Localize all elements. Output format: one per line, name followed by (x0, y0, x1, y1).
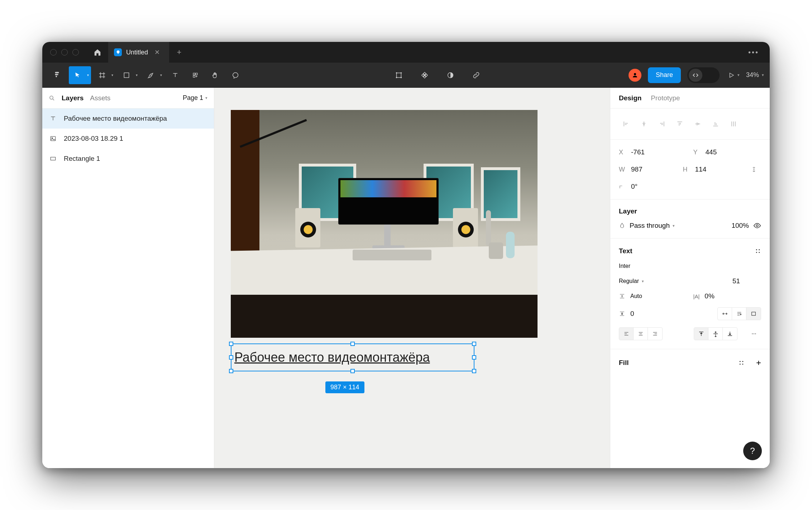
more-menu-icon[interactable]: ••• (748, 48, 770, 57)
resize-handle[interactable] (229, 369, 233, 373)
help-button[interactable]: ? (743, 442, 762, 460)
dev-mode-icon (689, 69, 702, 82)
svg-rect-11 (51, 157, 55, 160)
blend-mode-select[interactable]: Pass through▾ (630, 222, 722, 230)
resize-handle[interactable] (229, 342, 233, 346)
traffic-close[interactable] (50, 49, 57, 56)
resize-handle[interactable] (472, 342, 476, 346)
add-fill-icon[interactable]: + (756, 358, 761, 368)
text-tool[interactable] (166, 66, 184, 84)
share-button[interactable]: Share (648, 67, 681, 83)
traffic-lights (42, 49, 79, 56)
visibility-icon[interactable] (753, 222, 761, 230)
present-button[interactable]: ▾ (728, 66, 740, 84)
paragraph-spacing-input[interactable] (630, 310, 659, 318)
link-tool[interactable] (467, 66, 485, 84)
document-tab[interactable]: Untitled ✕ (108, 42, 169, 63)
edit-object-icon (395, 71, 403, 79)
user-avatar[interactable] (629, 69, 641, 82)
text-styles-icon[interactable] (755, 248, 761, 254)
mask-tool[interactable] (441, 66, 459, 84)
canvas-image[interactable] (231, 110, 538, 338)
x-input[interactable] (631, 148, 660, 156)
letter-spacing-input[interactable] (704, 292, 733, 300)
figma-menu-button[interactable] (48, 66, 66, 84)
edit-object-tool[interactable] (390, 66, 408, 84)
layers-tab[interactable]: Layers (62, 94, 83, 102)
svg-rect-1 (397, 73, 401, 77)
canvas[interactable]: Рабочее место видеомонтажёра 987 × 114 (214, 88, 610, 468)
pen-icon (147, 71, 155, 79)
line-height-value[interactable]: Auto (630, 293, 642, 299)
comment-tool[interactable] (226, 66, 244, 84)
svg-point-4 (396, 77, 397, 78)
fill-styles-icon[interactable] (738, 360, 745, 366)
auto-width-icon[interactable] (718, 308, 732, 320)
font-weight-select[interactable]: Regular▾ (619, 277, 726, 285)
text-valign-middle-icon[interactable] (708, 328, 723, 340)
align-vcenter-icon[interactable] (691, 118, 705, 130)
layer-name: Рабочее место видеомонтажёра (64, 115, 167, 122)
layer-row-image[interactable]: 2023-08-03 18.29 1 (42, 129, 214, 149)
layer-name: Rectangle 1 (64, 155, 100, 163)
text-align-right-icon[interactable] (648, 328, 662, 340)
search-icon[interactable] (49, 95, 55, 101)
component-tool[interactable] (416, 66, 434, 84)
chevron-down-icon: ▾ (205, 96, 207, 100)
new-tab-button[interactable]: + (169, 42, 189, 63)
layer-row-rect[interactable]: Rectangle 1 (42, 149, 214, 169)
resources-tool[interactable] (186, 66, 204, 84)
prototype-tab[interactable]: Prototype (651, 94, 680, 102)
h-label: H (683, 166, 690, 173)
home-button[interactable] (87, 42, 108, 63)
blend-mode-icon (619, 222, 625, 229)
h-input[interactable] (695, 165, 724, 173)
assets-tab[interactable]: Assets (90, 94, 110, 102)
page-selector[interactable]: Page 1 ▾ (183, 94, 207, 102)
text-valign-top-icon[interactable] (694, 328, 708, 340)
selected-text-layer[interactable]: Рабочее место видеомонтажёра (231, 343, 474, 371)
align-hcenter-icon[interactable] (637, 118, 651, 130)
font-family-select[interactable]: Inter (619, 263, 630, 269)
traffic-zoom[interactable] (72, 49, 79, 56)
resize-handle[interactable] (350, 342, 355, 346)
type-settings-icon[interactable]: ··· (747, 328, 761, 340)
fixed-size-icon[interactable] (746, 308, 761, 320)
svg-point-8 (50, 96, 53, 99)
distribute-icon[interactable] (726, 118, 741, 130)
text-align-left-icon[interactable] (619, 328, 634, 340)
y-input[interactable] (706, 148, 734, 156)
text-valign-bottom-icon[interactable] (723, 328, 737, 340)
align-left-icon[interactable] (619, 118, 633, 130)
font-size-input[interactable] (732, 277, 761, 285)
opacity-input[interactable] (726, 222, 749, 230)
page-label: Page 1 (183, 94, 203, 102)
align-bottom-icon[interactable] (708, 118, 723, 130)
rotation-icon (619, 184, 626, 189)
constrain-proportions-icon[interactable] (747, 163, 761, 175)
w-input[interactable] (631, 165, 660, 173)
text-align-center-icon[interactable] (634, 328, 648, 340)
resize-handle[interactable] (350, 369, 355, 373)
svg-rect-17 (752, 312, 756, 315)
svg-point-18 (740, 361, 741, 362)
move-tool[interactable]: ▾ (69, 66, 91, 84)
align-right-icon[interactable] (655, 118, 669, 130)
traffic-minimize[interactable] (61, 49, 68, 56)
auto-height-icon[interactable] (732, 308, 746, 320)
design-tab[interactable]: Design (619, 94, 641, 102)
dev-mode-toggle[interactable] (687, 67, 720, 83)
layer-row-text[interactable]: Рабочее место видеомонтажёра (42, 109, 214, 129)
link-icon (472, 71, 480, 79)
shape-tool[interactable]: ▾ (118, 66, 140, 84)
close-tab-icon[interactable]: ✕ (154, 48, 160, 56)
zoom-menu[interactable]: 34% ▾ (746, 71, 764, 79)
pen-tool[interactable]: ▾ (142, 66, 164, 84)
resize-handle[interactable] (472, 355, 476, 360)
rotation-input[interactable] (631, 183, 660, 191)
resize-handle[interactable] (472, 369, 476, 373)
frame-tool[interactable]: ▾ (93, 66, 115, 84)
align-top-icon[interactable] (673, 118, 687, 130)
hand-tool[interactable] (206, 66, 224, 84)
resize-handle[interactable] (229, 355, 233, 360)
